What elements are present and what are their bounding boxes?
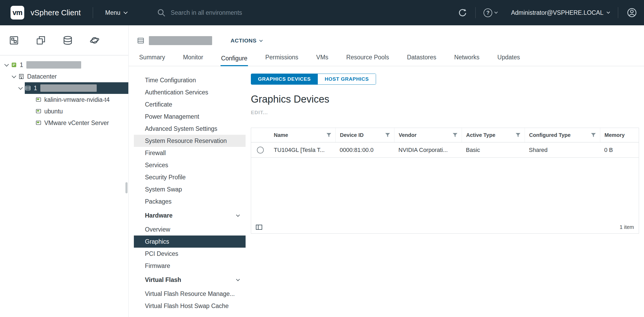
config-nav-item-graphics[interactable]: Graphics [134,236,246,248]
scrollbar-thumb[interactable] [125,182,128,193]
graphics-view-toggle: GRAPHICS DEVICES HOST GRAPHICS [251,74,376,85]
config-nav-item-pci-devices[interactable]: PCI Devices [134,248,246,260]
config-nav-item-authentication-services[interactable]: Authentication Services [134,86,246,98]
radio-button[interactable] [257,147,264,153]
refresh-icon[interactable] [458,8,467,18]
graphics-devices-toggle[interactable]: GRAPHICS DEVICES [251,74,318,84]
tree-item-vm[interactable]: kalinin-vmware-nvidia-t4 [0,94,128,105]
tree-item-label: VMware vCenter Server [44,119,109,127]
tree-item-vm[interactable]: ubuntu [0,105,128,117]
help-menu[interactable]: ? [484,8,497,17]
menu-button[interactable]: Menu [105,9,127,16]
config-nav-item-system-resource-reservation[interactable]: System Resource Reservation [134,135,246,147]
vmware-logo-text: vm [12,9,22,17]
inventory-view-switcher [0,25,128,55]
configure-nav: Time Configuration Authentication Servic… [129,66,246,317]
tab-summary[interactable]: Summary [139,51,165,66]
tab-vms[interactable]: VMs [316,51,329,66]
topbar-right-controls: ? Administrator@VSPHERE.LOCAL [458,7,644,18]
column-header-vendor[interactable]: Vendor [394,128,462,142]
config-nav-item-system-swap[interactable]: System Swap [134,183,246,195]
config-nav-section-hardware[interactable]: Hardware [134,209,246,222]
account-menu[interactable]: Administrator@VSPHERE.LOCAL [511,9,609,16]
graphics-content: GRAPHICS DEVICES HOST GRAPHICS Graphics … [246,66,644,317]
filter-icon[interactable] [385,133,390,137]
config-nav-item-packages[interactable]: Packages [134,195,246,208]
edit-button[interactable]: EDIT... [251,110,639,116]
vmware-logo[interactable]: vm [11,6,24,20]
vm-icon [35,97,42,103]
chevron-down-icon[interactable] [4,62,9,66]
column-settings-icon[interactable] [256,225,262,230]
chevron-down-icon[interactable] [12,74,16,78]
vms-and-templates-icon[interactable] [36,35,46,46]
select-column-header [251,128,270,142]
config-nav-item-firewall[interactable]: Firewall [134,147,246,159]
tab-configure[interactable]: Configure [221,52,248,66]
cell-device-id: 0000:81:00.0 [335,147,394,153]
redacted-hostname [149,36,212,45]
product-title[interactable]: vSphere Client [31,8,81,17]
column-header-device-id[interactable]: Device ID [335,128,394,142]
config-nav-item-certificate[interactable]: Certificate [134,98,246,111]
vm-icon [35,108,42,114]
column-header-active-type[interactable]: Active Type [462,128,525,142]
config-nav-item-overview[interactable]: Overview [134,223,246,236]
tab-updates[interactable]: Updates [497,51,521,66]
chevron-down-icon[interactable] [18,85,23,90]
chevron-down-icon [236,277,240,281]
config-nav-item-vflash-host-swap-cache[interactable]: Virtual Flash Host Swap Cache [134,300,246,312]
column-label: Name [274,132,288,138]
column-header-configured-type[interactable]: Configured Type [525,128,600,142]
config-nav-item-power-management[interactable]: Power Management [134,111,246,123]
object-tabs: Summary Monitor Configure Permissions VM… [129,46,644,66]
cell-active-type: Basic [462,147,525,153]
search-icon [157,8,166,17]
table-empty-area [251,158,639,221]
config-nav-item-firmware[interactable]: Firmware [134,260,246,272]
chevron-down-icon [123,10,128,14]
host-graphics-toggle[interactable]: HOST GRAPHICS [318,74,375,84]
item-count: 1 item [620,224,634,230]
config-nav-item-security-profile[interactable]: Security Profile [134,171,246,183]
config-nav-item-vflash-resource-management[interactable]: Virtual Flash Resource Manage... [134,288,246,300]
config-nav-item-advanced-system-settings[interactable]: Advanced System Settings [134,123,246,135]
user-avatar-icon[interactable] [627,7,637,18]
menu-button-label: Menu [105,9,120,16]
tab-networks[interactable]: Networks [454,51,480,66]
help-glyph: ? [486,10,490,16]
filter-icon[interactable] [591,133,596,137]
table-footer: 1 item [251,221,639,233]
config-nav-section-virtual-flash[interactable]: Virtual Flash [134,274,246,286]
table-row[interactable]: TU104GL [Tesla T... 0000:81:00.0 NVIDIA … [251,142,639,158]
tree-item-datacenter[interactable]: Datacenter [0,71,128,82]
column-header-memory[interactable]: Memory [600,128,639,142]
filter-icon[interactable] [453,133,457,137]
cell-memory: 0 B [600,147,639,153]
search-input[interactable] [170,9,318,17]
divider [475,7,476,18]
chevron-down-icon [607,10,610,14]
tab-resource-pools[interactable]: Resource Pools [346,51,389,66]
storage-icon[interactable] [62,35,73,46]
tree-item-vm[interactable]: VMware vCenter Server [0,117,128,129]
filter-icon[interactable] [516,133,520,137]
config-nav-item-services[interactable]: Services [134,159,246,171]
tree-item-vcenter[interactable]: 1 [0,59,128,71]
tab-permissions[interactable]: Permissions [265,51,299,66]
global-search[interactable] [157,8,318,17]
chevron-down-icon [495,10,498,14]
config-nav-item-time-configuration[interactable]: Time Configuration [134,74,246,86]
filter-icon[interactable] [326,133,331,137]
actions-button[interactable]: ACTIONS [231,37,262,44]
host-icon [25,85,31,91]
host-icon [137,37,145,45]
tab-monitor[interactable]: Monitor [182,51,204,66]
networking-icon[interactable] [89,35,100,46]
column-header-name[interactable]: Name [270,128,335,142]
tree-item-label: ubuntu [44,108,63,115]
tab-datastores[interactable]: Datastores [406,51,437,66]
section-label: Hardware [145,212,173,219]
tree-item-host-selected[interactable]: 1 [0,82,128,94]
hosts-and-clusters-icon[interactable] [9,35,19,46]
